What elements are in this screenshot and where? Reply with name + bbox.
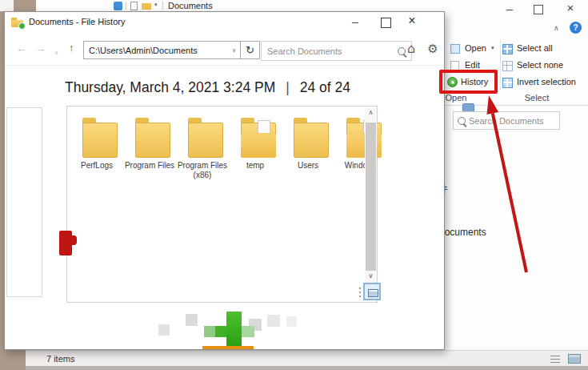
restore-button-blur	[204, 326, 216, 337]
maximize-icon	[534, 5, 543, 14]
minimize-button[interactable]: –	[501, 2, 518, 16]
folder-item[interactable]: temp	[232, 118, 285, 180]
home-icon[interactable]: ⌂	[402, 42, 420, 56]
view-toggle-icon	[368, 289, 378, 297]
restore-controls[interactable]	[157, 310, 309, 350]
explorer-app-icon[interactable]	[114, 2, 122, 10]
address-bar[interactable]: ∨	[83, 41, 241, 59]
search-icon	[458, 117, 466, 125]
forward-icon[interactable]: →	[35, 42, 46, 55]
toolbar-divider	[5, 65, 444, 66]
explorer-search-input[interactable]	[466, 116, 555, 126]
close-button[interactable]: ×	[562, 1, 579, 15]
scroll-up-icon[interactable]: ∧	[365, 109, 377, 116]
desktop-patch	[0, 0, 14, 11]
select-none-icon	[502, 61, 513, 71]
restore-underline	[202, 346, 254, 349]
explorer-search-box[interactable]	[453, 111, 560, 130]
ribbon-separator	[500, 40, 501, 90]
folder-name: Windows	[334, 161, 387, 171]
blur-square	[286, 316, 297, 327]
snapshot-heading: Thursday, March 4, 2021 3:24 PM | 24 of …	[5, 79, 444, 96]
folder-icon	[294, 118, 329, 159]
maximize-button[interactable]	[378, 14, 394, 29]
heading-separator: |	[286, 79, 290, 96]
wallpaper-patch	[26, 0, 36, 11]
items-count: 7 items	[46, 354, 74, 364]
folder-icon[interactable]	[142, 3, 151, 10]
select-all-icon	[502, 44, 513, 54]
folder-item[interactable]: Program Files	[126, 118, 179, 180]
red-marker	[59, 231, 72, 255]
qat-separator: |	[162, 1, 164, 10]
file-history-window: Documents - File History – × ← → ∨ ↑ ∨ ↻…	[4, 11, 445, 350]
snapshot-content-panel: PerfLogs Program Files Program Files (x8…	[66, 106, 378, 303]
refresh-button[interactable]: ↻	[240, 41, 260, 59]
ribbon-collapse-icon[interactable]: ∧	[554, 24, 559, 32]
next-version-button-blur	[267, 315, 280, 327]
ribbon-select-all[interactable]: Select all	[517, 43, 553, 53]
grip-dots	[359, 288, 361, 289]
restore-button-blur	[241, 326, 254, 337]
folder-name: Program Files	[123, 161, 176, 171]
gear-icon[interactable]: ⚙	[424, 42, 442, 56]
view-toggle-button[interactable]	[363, 283, 381, 300]
maximize-button[interactable]	[530, 2, 547, 16]
ribbon-invert-selection[interactable]: Invert selection	[517, 77, 576, 86]
folder-item[interactable]: Users	[285, 118, 338, 180]
blur-square	[186, 314, 198, 326]
folder-name: PerfLogs	[70, 161, 123, 171]
window-title: Documents - File History	[29, 17, 125, 26]
qat-dropdown-icon[interactable]: ▾	[154, 2, 158, 8]
search-box[interactable]	[261, 41, 412, 61]
partial-documents-label: Documents	[438, 227, 486, 238]
folder-grid: PerfLogs Program Files Program Files (x8…	[74, 118, 357, 180]
back-icon[interactable]: ←	[16, 42, 26, 55]
folder-name: Users	[282, 161, 334, 171]
scrollbar-thumb[interactable]	[366, 123, 376, 271]
address-dropdown-icon[interactable]: ∨	[232, 47, 240, 54]
recent-locations-icon[interactable]: ∨	[54, 46, 58, 59]
folder-item[interactable]: Program Files (x86)	[179, 118, 232, 180]
scroll-down-icon[interactable]: ∨	[365, 272, 377, 280]
folder-item[interactable]: PerfLogs	[74, 118, 126, 180]
invert-selection-icon	[502, 78, 513, 88]
previous-snapshot-panel	[6, 107, 42, 297]
open-dropdown-icon[interactable]: ▾	[491, 45, 494, 51]
ribbon-open-item[interactable]: Open	[465, 43, 486, 53]
ribbon-select-none[interactable]: Select none	[517, 60, 563, 70]
ribbon-edit-item[interactable]: Edit	[465, 60, 480, 70]
folder-name: Program Files (x86)	[176, 161, 229, 180]
history-highlight-box	[439, 70, 498, 94]
minimize-button[interactable]: –	[347, 14, 363, 29]
maximize-icon	[381, 18, 391, 28]
select-group-label: Select	[519, 93, 554, 103]
folder-item[interactable]: Windows	[338, 118, 390, 180]
thumbnail-view-icon[interactable]	[568, 354, 581, 364]
previous-version-button-blur	[158, 324, 170, 336]
snapshot-position: 24 of 24	[300, 79, 350, 96]
search-input[interactable]	[267, 46, 398, 56]
qat-separator: |	[125, 1, 127, 10]
status-bar: 7 items	[26, 350, 588, 366]
folder-icon	[241, 118, 276, 159]
folder-icon	[82, 118, 118, 159]
new-item-icon[interactable]	[130, 2, 138, 10]
restore-button-blur	[226, 312, 242, 346]
snapshot-date: Thursday, March 4, 2021 3:24 PM	[65, 79, 275, 96]
up-icon[interactable]: ↑	[69, 42, 74, 54]
help-icon[interactable]: ?	[570, 22, 582, 34]
close-button[interactable]: ×	[403, 14, 421, 28]
red-marker-bump	[71, 235, 77, 245]
window-bottom-edge	[26, 366, 588, 370]
history-clock-icon	[18, 22, 26, 30]
details-view-icon[interactable]	[550, 356, 560, 363]
folder-icon	[135, 118, 170, 159]
desktop: | ▾ | Documents – × ∧ ? Open ▾ Edit Hist…	[0, 0, 588, 370]
folder-icon	[188, 118, 223, 159]
explorer-title: Documents	[168, 1, 213, 10]
open-icon	[450, 44, 460, 54]
folder-name: temp	[229, 161, 282, 171]
restore-button-blur	[215, 326, 227, 337]
address-input[interactable]	[84, 46, 232, 55]
